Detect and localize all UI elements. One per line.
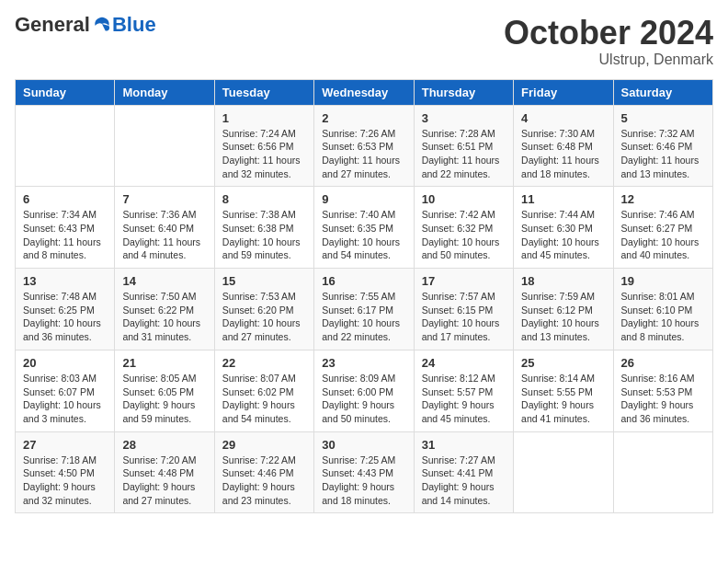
day-info: Sunrise: 7:30 AM Sunset: 6:48 PM Dayligh… (521, 127, 605, 181)
calendar-week-row: 27Sunrise: 7:18 AM Sunset: 4:50 PM Dayli… (16, 431, 713, 513)
day-info: Sunrise: 7:38 AM Sunset: 6:38 PM Dayligh… (222, 208, 306, 262)
calendar-day-cell: 12Sunrise: 7:46 AM Sunset: 6:27 PM Dayli… (613, 187, 712, 269)
calendar-day-cell: 8Sunrise: 7:38 AM Sunset: 6:38 PM Daylig… (214, 187, 313, 269)
day-info: Sunrise: 7:34 AM Sunset: 6:43 PM Dayligh… (23, 208, 107, 262)
day-info: Sunrise: 7:18 AM Sunset: 4:50 PM Dayligh… (23, 454, 107, 508)
calendar-day-cell: 20Sunrise: 8:03 AM Sunset: 6:07 PM Dayli… (16, 350, 115, 431)
calendar-day-cell: 21Sunrise: 8:05 AM Sunset: 6:05 PM Dayli… (115, 350, 214, 431)
day-info: Sunrise: 7:32 AM Sunset: 6:46 PM Dayligh… (621, 127, 705, 181)
day-number: 4 (521, 111, 605, 125)
logo: General Blue (15, 15, 156, 35)
day-number: 10 (422, 192, 506, 206)
day-info: Sunrise: 7:42 AM Sunset: 6:32 PM Dayligh… (422, 208, 506, 262)
calendar-day-cell: 15Sunrise: 7:53 AM Sunset: 6:20 PM Dayli… (214, 269, 313, 350)
day-number: 18 (521, 274, 605, 288)
day-info: Sunrise: 8:07 AM Sunset: 6:02 PM Dayligh… (222, 372, 306, 426)
day-number: 21 (122, 356, 206, 370)
weekday-header-cell: Saturday (613, 79, 712, 105)
day-info: Sunrise: 7:27 AM Sunset: 4:41 PM Dayligh… (422, 454, 506, 508)
day-number: 7 (122, 192, 206, 206)
calendar-day-cell: 29Sunrise: 7:22 AM Sunset: 4:46 PM Dayli… (214, 431, 313, 513)
calendar-day-cell: 17Sunrise: 7:57 AM Sunset: 6:15 PM Dayli… (414, 269, 513, 350)
calendar-week-row: 13Sunrise: 7:48 AM Sunset: 6:25 PM Dayli… (16, 269, 713, 350)
day-info: Sunrise: 8:12 AM Sunset: 5:57 PM Dayligh… (422, 372, 506, 426)
day-number: 11 (521, 192, 605, 206)
day-info: Sunrise: 7:57 AM Sunset: 6:15 PM Dayligh… (422, 290, 506, 344)
day-number: 16 (322, 274, 405, 288)
day-info: Sunrise: 7:53 AM Sunset: 6:20 PM Dayligh… (222, 290, 306, 344)
day-number: 19 (621, 274, 705, 288)
day-info: Sunrise: 7:25 AM Sunset: 4:43 PM Dayligh… (322, 454, 405, 508)
day-number: 24 (422, 356, 506, 370)
day-number: 3 (422, 111, 506, 125)
weekday-header-cell: Thursday (414, 79, 513, 105)
calendar-day-cell: 6Sunrise: 7:34 AM Sunset: 6:43 PM Daylig… (16, 187, 115, 269)
calendar-day-cell: 19Sunrise: 8:01 AM Sunset: 6:10 PM Dayli… (613, 269, 712, 350)
day-number: 23 (322, 356, 405, 370)
calendar-day-cell: 28Sunrise: 7:20 AM Sunset: 4:48 PM Dayli… (115, 431, 214, 513)
day-number: 8 (222, 192, 306, 206)
title-block: October 2024 Ulstrup, Denmark (504, 15, 713, 68)
day-info: Sunrise: 7:24 AM Sunset: 6:56 PM Dayligh… (222, 127, 306, 181)
month-title: October 2024 (504, 15, 713, 52)
day-number: 13 (23, 274, 107, 288)
calendar-day-cell: 16Sunrise: 7:55 AM Sunset: 6:17 PM Dayli… (314, 269, 414, 350)
logo-blue-text: Blue (112, 15, 156, 35)
calendar-day-cell: 4Sunrise: 7:30 AM Sunset: 6:48 PM Daylig… (514, 105, 613, 187)
calendar-day-cell: 26Sunrise: 8:16 AM Sunset: 5:53 PM Dayli… (613, 350, 712, 431)
day-number: 20 (23, 356, 107, 370)
calendar-day-cell: 22Sunrise: 8:07 AM Sunset: 6:02 PM Dayli… (214, 350, 313, 431)
calendar-day-cell (613, 431, 712, 513)
day-info: Sunrise: 7:48 AM Sunset: 6:25 PM Dayligh… (23, 290, 107, 344)
weekday-header-cell: Friday (514, 79, 613, 105)
day-info: Sunrise: 7:26 AM Sunset: 6:53 PM Dayligh… (322, 127, 405, 181)
calendar-day-cell: 25Sunrise: 8:14 AM Sunset: 5:55 PM Dayli… (514, 350, 613, 431)
day-number: 17 (422, 274, 506, 288)
day-number: 15 (222, 274, 306, 288)
day-info: Sunrise: 7:59 AM Sunset: 6:12 PM Dayligh… (521, 290, 605, 344)
day-number: 28 (122, 438, 206, 452)
location-text: Ulstrup, Denmark (504, 52, 713, 68)
day-number: 22 (222, 356, 306, 370)
weekday-header-cell: Tuesday (214, 79, 313, 105)
day-info: Sunrise: 8:01 AM Sunset: 6:10 PM Dayligh… (621, 290, 705, 344)
day-info: Sunrise: 7:28 AM Sunset: 6:51 PM Dayligh… (422, 127, 506, 181)
weekday-header-row: SundayMondayTuesdayWednesdayThursdayFrid… (16, 79, 713, 105)
day-info: Sunrise: 7:50 AM Sunset: 6:22 PM Dayligh… (122, 290, 206, 344)
day-number: 9 (322, 192, 405, 206)
day-number: 31 (422, 438, 506, 452)
day-info: Sunrise: 8:05 AM Sunset: 6:05 PM Dayligh… (122, 372, 206, 426)
day-number: 2 (322, 111, 405, 125)
weekday-header-cell: Sunday (16, 79, 115, 105)
day-number: 6 (23, 192, 107, 206)
calendar-day-cell: 23Sunrise: 8:09 AM Sunset: 6:00 PM Dayli… (314, 350, 414, 431)
day-info: Sunrise: 7:40 AM Sunset: 6:35 PM Dayligh… (322, 208, 405, 262)
calendar-body: 1Sunrise: 7:24 AM Sunset: 6:56 PM Daylig… (16, 105, 713, 513)
calendar-week-row: 6Sunrise: 7:34 AM Sunset: 6:43 PM Daylig… (16, 187, 713, 269)
day-number: 27 (23, 438, 107, 452)
calendar-day-cell: 3Sunrise: 7:28 AM Sunset: 6:51 PM Daylig… (414, 105, 513, 187)
calendar-day-cell: 14Sunrise: 7:50 AM Sunset: 6:22 PM Dayli… (115, 269, 214, 350)
day-number: 5 (621, 111, 705, 125)
calendar-day-cell: 1Sunrise: 7:24 AM Sunset: 6:56 PM Daylig… (214, 105, 313, 187)
calendar-day-cell: 18Sunrise: 7:59 AM Sunset: 6:12 PM Dayli… (514, 269, 613, 350)
page-header: General Blue October 2024 Ulstrup, Denma… (15, 15, 713, 68)
calendar-day-cell: 27Sunrise: 7:18 AM Sunset: 4:50 PM Dayli… (16, 431, 115, 513)
day-info: Sunrise: 7:22 AM Sunset: 4:46 PM Dayligh… (222, 454, 306, 508)
day-info: Sunrise: 7:55 AM Sunset: 6:17 PM Dayligh… (322, 290, 405, 344)
calendar-day-cell: 9Sunrise: 7:40 AM Sunset: 6:35 PM Daylig… (314, 187, 414, 269)
day-info: Sunrise: 7:36 AM Sunset: 6:40 PM Dayligh… (122, 208, 206, 262)
calendar-day-cell: 10Sunrise: 7:42 AM Sunset: 6:32 PM Dayli… (414, 187, 513, 269)
calendar-day-cell: 7Sunrise: 7:36 AM Sunset: 6:40 PM Daylig… (115, 187, 214, 269)
calendar-day-cell: 5Sunrise: 7:32 AM Sunset: 6:46 PM Daylig… (613, 105, 712, 187)
calendar-table: SundayMondayTuesdayWednesdayThursdayFrid… (15, 79, 713, 514)
day-number: 26 (621, 356, 705, 370)
calendar-day-cell: 30Sunrise: 7:25 AM Sunset: 4:43 PM Dayli… (314, 431, 414, 513)
weekday-header-cell: Wednesday (314, 79, 414, 105)
calendar-day-cell: 31Sunrise: 7:27 AM Sunset: 4:41 PM Dayli… (414, 431, 513, 513)
logo-general-text: General (15, 15, 90, 35)
weekday-header-cell: Monday (115, 79, 214, 105)
day-info: Sunrise: 8:09 AM Sunset: 6:00 PM Dayligh… (322, 372, 405, 426)
calendar-day-cell: 13Sunrise: 7:48 AM Sunset: 6:25 PM Dayli… (16, 269, 115, 350)
calendar-week-row: 1Sunrise: 7:24 AM Sunset: 6:56 PM Daylig… (16, 105, 713, 187)
